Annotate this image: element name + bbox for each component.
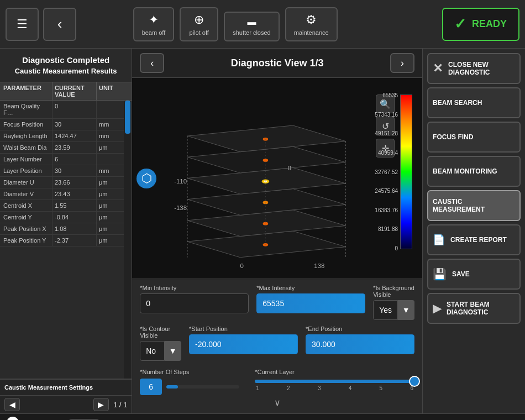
start-position-input[interactable]	[189, 334, 298, 354]
menu-icon: ☰	[17, 17, 28, 32]
shutter-closed-button[interactable]: ▬ shutter closed	[224, 12, 279, 41]
bg-visible-dropdown-button[interactable]: ▼	[398, 300, 414, 320]
save-label: SAVE	[452, 270, 515, 278]
cell-value: 1.08	[53, 223, 97, 234]
cell-param: Layer Number	[0, 154, 53, 165]
beam-off-button[interactable]: ✦ beam off	[133, 7, 175, 41]
col-parameter: PARAMETER	[0, 82, 53, 100]
right-panel: ✕ CLOSE NEWDIAGNOSTIC BEAM SEARCH FOCUS …	[422, 49, 525, 413]
end-position-input[interactable]	[306, 334, 414, 354]
cell-unit: μm	[97, 188, 119, 200]
menu-button[interactable]: ☰	[6, 8, 39, 41]
colorbar-value: 49151.28	[375, 130, 398, 136]
cell-unit: μm	[97, 177, 119, 188]
create-report-button[interactable]: 📄 CREATE REPORT	[427, 224, 521, 255]
close-diagnostic-icon: ✕	[433, 61, 443, 76]
num-steps-group: *Number Of Steps 6	[140, 366, 239, 395]
slider-row: *Number Of Steps 6 *Current Layer	[140, 366, 414, 395]
cell-param: Diameter V	[0, 188, 53, 200]
maintenance-label: maintenance	[294, 29, 329, 36]
cell-unit: μm	[97, 235, 119, 246]
start-position-label: *Start Position	[189, 326, 298, 332]
cell-param: Centroid Y	[0, 212, 53, 223]
beam-monitoring-label: BEAM MONITORING	[433, 167, 515, 175]
cell-value: 23.66	[53, 177, 97, 188]
bg-visible-select-wrapper: Yes ▼	[373, 300, 414, 320]
cell-value: 30	[53, 165, 97, 176]
table-row: Peak Position X 1.08 μm	[0, 223, 124, 235]
contour-visible-select-wrapper: No ▼	[140, 341, 181, 361]
settings-prev-button[interactable]: ◀	[4, 398, 20, 411]
current-layer-slider[interactable]	[255, 380, 414, 383]
col-unit: UNIT	[97, 82, 119, 100]
beam-search-button[interactable]: BEAM SEARCH	[427, 87, 521, 118]
step-bar: 6	[140, 379, 239, 395]
ready-label: READY	[472, 18, 507, 30]
cell-unit: mm	[97, 130, 119, 141]
tick-5: 5	[380, 385, 383, 391]
maintenance-icon: ⚙	[306, 13, 317, 27]
table-row: Waist Beam Dia 23.59 μm	[0, 142, 124, 154]
bg-visible-group: *Is Background Visible Yes ▼	[373, 285, 414, 320]
cell-value: 0	[53, 101, 97, 118]
start-beam-diagnostic-label: START BEAMDIAGNOSTIC	[447, 301, 515, 316]
coherent-logo-icon: C	[7, 417, 19, 421]
pilot-off-button[interactable]: ⊕ pilot off	[180, 7, 218, 41]
back-button[interactable]: ‹	[43, 8, 76, 41]
close-diagnostic-button[interactable]: ✕ CLOSE NEWDIAGNOSTIC	[427, 53, 521, 84]
num-steps-label: *Number Of Steps	[140, 369, 189, 375]
colorbar-value: 0	[375, 245, 398, 251]
table-row: Layer Position 30 mm	[0, 165, 124, 177]
coherent-logo: C COHERENT	[7, 417, 62, 421]
caustic-measurement-button[interactable]: CAUSTIC MEASUREMENT	[427, 190, 521, 221]
scroll-track[interactable]	[124, 101, 132, 379]
svg-point-12	[263, 138, 269, 141]
maintenance-button[interactable]: ⚙ maintenance	[285, 7, 338, 41]
top-bar: ☰ ‹ ✦ beam off ⊕ pilot off ▬ shutter clo…	[0, 0, 525, 49]
inputs-row-2: *Is Contour Visible No ▼ *Start Position…	[140, 326, 414, 361]
cell-value: -2.37	[53, 235, 97, 246]
ready-button[interactable]: ✓ READY	[442, 8, 519, 41]
diagnostic-view-header: ‹ Diagnostic View 1/3 ›	[132, 49, 422, 78]
diagnostic-completed-title: Diagnostic Completed	[6, 55, 126, 65]
contour-visible-value[interactable]: No	[140, 341, 165, 361]
diag-prev-button[interactable]: ‹	[140, 53, 164, 73]
colorbar-labels: 6553557343.1649151.2840959.432767.522457…	[375, 92, 398, 251]
settings-next-button[interactable]: ▶	[93, 398, 109, 411]
scroll-thumb[interactable]	[125, 101, 130, 134]
beam-off-icon: ✦	[149, 13, 159, 27]
diagnostic-view-area: ⬡	[132, 78, 422, 279]
max-intensity-input[interactable]	[256, 293, 365, 313]
tick-2: 2	[287, 385, 290, 391]
cell-value: 30	[53, 119, 97, 130]
beam-off-label: beam off	[142, 29, 166, 36]
left-header: Diagnostic Completed Caustic Measurement…	[0, 49, 132, 82]
svg-text:138: 138	[314, 262, 325, 269]
table-row: Peak Position Y -2.37 μm	[0, 235, 124, 246]
min-intensity-input[interactable]	[140, 293, 249, 313]
svg-text:-110: -110	[174, 178, 187, 185]
bg-visible-value[interactable]: Yes	[373, 300, 398, 320]
start-beam-diagnostic-button[interactable]: ▶ START BEAMDIAGNOSTIC	[427, 293, 521, 324]
contour-visible-group: *Is Contour Visible No ▼	[140, 326, 181, 361]
colorbar-value: 57343.16	[375, 112, 398, 118]
center-panel: ‹ Diagnostic View 1/3 › ⬡	[132, 49, 422, 413]
cell-unit	[97, 101, 119, 118]
down-chevron[interactable]: ∨	[140, 397, 414, 408]
contour-visible-dropdown-button[interactable]: ▼	[165, 341, 181, 361]
table-body: Beam Quality F… 0 Focus Position 30 mm R…	[0, 101, 124, 379]
num-steps-value[interactable]: 6	[140, 379, 162, 395]
save-button[interactable]: 💾 SAVE	[427, 259, 521, 290]
min-intensity-group: *Min Intensity	[140, 285, 249, 320]
diag-next-button[interactable]: ›	[390, 53, 414, 73]
cell-param: Peak Position Y	[0, 235, 53, 246]
focus-find-button[interactable]: FOCUS FIND	[427, 122, 521, 153]
slider-ticks: 1 2 3 4 5 6	[255, 385, 414, 391]
cell-value: 23.59	[53, 142, 97, 153]
create-report-label: CREATE REPORT	[450, 236, 515, 244]
colorbar-value: 32767.52	[375, 169, 398, 175]
beam-monitoring-button[interactable]: BEAM MONITORING	[427, 156, 521, 187]
cell-param: Waist Beam Dia	[0, 142, 53, 153]
colorbar	[400, 95, 412, 249]
table-header: PARAMETER CURRENT VALUE UNIT	[0, 82, 132, 101]
